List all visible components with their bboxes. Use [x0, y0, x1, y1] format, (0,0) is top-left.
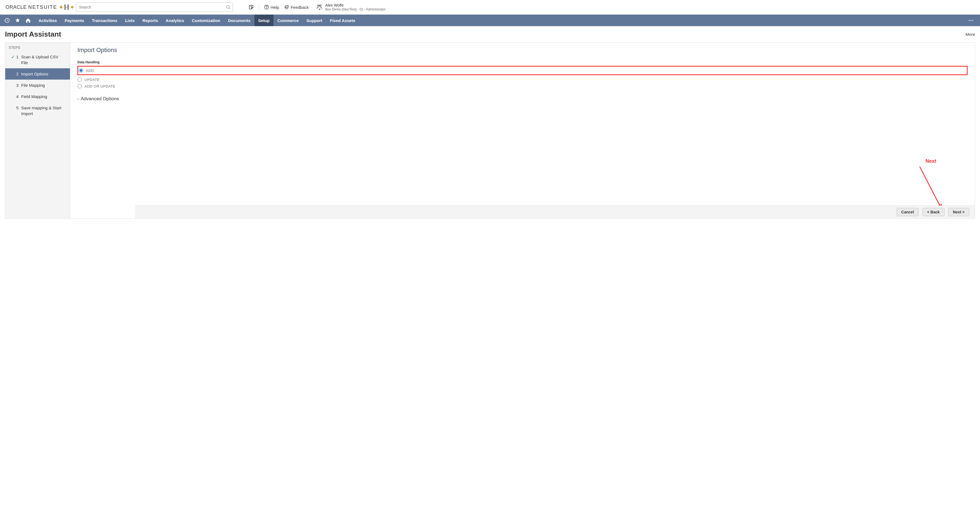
radio-add[interactable] [79, 68, 83, 73]
main-pane: Import Options Data Handling ADD UPDATE … [70, 43, 975, 218]
recent-icon[interactable] [5, 18, 10, 23]
check-icon [11, 94, 14, 99]
svg-line-1 [229, 8, 230, 9]
topbar: ORACLE NETSUITE H Help Feedback Alex Wol… [0, 0, 980, 14]
separator [259, 3, 259, 11]
data-handling-label: Data Handling [77, 60, 967, 64]
step-5[interactable]: 5Save mapping & Start Import [5, 102, 70, 119]
advanced-options-label: Advanced Options [81, 96, 119, 102]
nav-tab-fixed-assets[interactable]: Fixed Assets [326, 14, 359, 26]
check-icon: ✓ [11, 54, 14, 65]
cancel-button[interactable]: Cancel [897, 208, 919, 216]
nav-tab-transactions[interactable]: Transactions [88, 14, 121, 26]
topbar-actions: Help Feedback Alex Wolfe Box Demo (Dev/T… [248, 3, 385, 11]
nav-tab-payments[interactable]: Payments [61, 14, 88, 26]
search-icon[interactable] [226, 5, 231, 10]
more-link[interactable]: More [966, 32, 975, 37]
svg-point-0 [226, 5, 229, 8]
step-2[interactable]: 2Import Options [5, 68, 70, 80]
step-label: File Mapping [21, 82, 66, 88]
page-title: Import Assistant [5, 30, 61, 38]
radio-add-or-update[interactable] [77, 84, 82, 88]
navbar: ActivitiesPaymentsTransactionsListsRepor… [0, 14, 980, 26]
radio-row-add-or-update[interactable]: ADD OR UPDATE [77, 83, 967, 89]
company-logo-icon: H [62, 2, 72, 12]
radio-add-or-update-label: ADD OR UPDATE [84, 84, 115, 88]
footer-bar: Cancel < Back Next > [135, 205, 975, 218]
nav-tab-customization[interactable]: Customization [188, 14, 224, 26]
nav-tab-commerce[interactable]: Commerce [274, 14, 302, 26]
radio-row-update[interactable]: UPDATE [77, 76, 967, 83]
home-icon[interactable] [25, 18, 31, 23]
nav-tab-setup[interactable]: Setup [255, 14, 274, 26]
nav-tab-support[interactable]: Support [302, 14, 326, 26]
next-button[interactable]: Next > [948, 208, 969, 216]
step-number: 3 [16, 82, 19, 88]
step-label: Scan & Upload CSV File [21, 54, 66, 65]
logo-netsuite: NETSUITE [29, 5, 57, 10]
nav-overflow-icon[interactable] [965, 18, 977, 24]
user-text: Alex Wolfe Box Demo (Dev/Test) - 01 - Ad… [325, 3, 385, 11]
radio-update-label: UPDATE [84, 78, 100, 82]
svg-line-15 [920, 167, 942, 209]
svg-point-13 [970, 20, 972, 21]
nav-tabs: ActivitiesPaymentsTransactionsListsRepor… [35, 14, 359, 26]
svg-point-10 [320, 5, 321, 6]
feedback-label: Feedback [291, 5, 309, 10]
quick-add-icon[interactable] [248, 5, 254, 10]
nav-tab-documents[interactable]: Documents [224, 14, 255, 26]
check-icon [11, 82, 14, 88]
step-label: Field Mapping [21, 94, 66, 99]
step-1[interactable]: ✓1Scan & Upload CSV File [5, 51, 70, 68]
back-button[interactable]: < Back [923, 208, 945, 216]
annotation-next-label: Next [926, 158, 936, 164]
radio-row-add[interactable]: ADD [79, 67, 965, 74]
advanced-options-toggle[interactable]: ▷ Advanced Options [77, 96, 967, 102]
annotation-highlight-add: ADD [77, 66, 967, 75]
nav-tab-activities[interactable]: Activities [35, 14, 61, 26]
nav-tab-analytics[interactable]: Analytics [162, 14, 188, 26]
svg-point-12 [969, 20, 970, 21]
step-4[interactable]: 4Field Mapping [5, 91, 70, 102]
search-wrapper [76, 3, 233, 12]
step-label: Import Options [21, 71, 66, 77]
radio-add-label: ADD [86, 68, 94, 73]
help-link[interactable]: Help [264, 5, 279, 10]
svg-point-9 [318, 5, 320, 6]
check-icon [11, 71, 14, 77]
svg-point-8 [287, 7, 288, 8]
nav-icons [3, 18, 33, 23]
workspace: STEPS ✓1Scan & Upload CSV File2Import Op… [5, 42, 975, 219]
user-role: Box Demo (Dev/Test) - 01 - Administrator [325, 8, 385, 11]
expand-icon: ▷ [77, 97, 80, 101]
star-icon[interactable] [15, 18, 21, 23]
step-number: 2 [16, 71, 19, 77]
nav-tab-lists[interactable]: Lists [121, 14, 138, 26]
radio-update[interactable] [77, 77, 82, 82]
step-label: Save mapping & Start Import [21, 105, 66, 116]
search-input[interactable] [76, 3, 233, 12]
check-icon [11, 105, 14, 116]
user-box[interactable]: Alex Wolfe Box Demo (Dev/Test) - 01 - Ad… [317, 3, 385, 11]
step-3[interactable]: 3File Mapping [5, 80, 70, 91]
svg-point-14 [972, 20, 974, 21]
user-name: Alex Wolfe [325, 3, 385, 8]
svg-point-6 [286, 7, 286, 8]
feedback-link[interactable]: Feedback [284, 5, 309, 10]
logo-oracle: ORACLE [5, 5, 27, 10]
svg-point-7 [286, 7, 287, 8]
page-header: Import Assistant More [0, 26, 980, 42]
steps-header: STEPS [5, 43, 70, 51]
help-label: Help [270, 5, 279, 10]
main-heading: Import Options [77, 46, 967, 54]
oracle-netsuite-logo: ORACLE NETSUITE [5, 5, 57, 10]
step-number: 4 [16, 94, 19, 99]
step-number: 5 [16, 105, 19, 116]
steps-sidebar: STEPS ✓1Scan & Upload CSV File2Import Op… [5, 43, 70, 218]
step-number: 1 [16, 54, 19, 65]
svg-point-5 [266, 8, 267, 8]
role-switch-icon [317, 4, 323, 10]
nav-tab-reports[interactable]: Reports [138, 14, 162, 26]
